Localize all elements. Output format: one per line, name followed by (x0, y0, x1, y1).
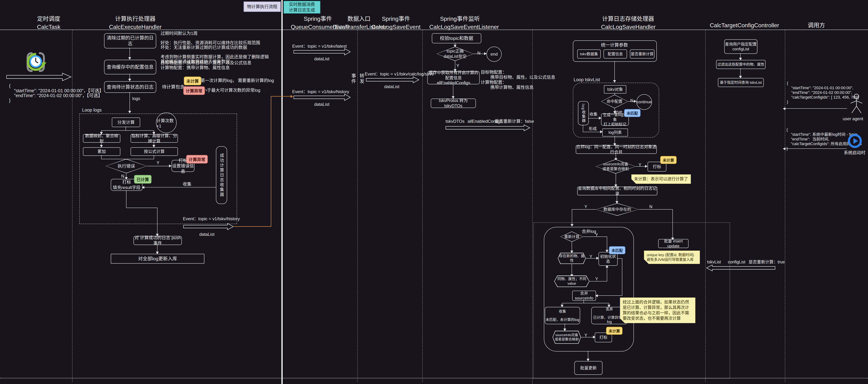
lane-header-calctask: 定时调度 CalcTask (22, 15, 76, 31)
label-y: Y (584, 204, 587, 209)
arrowhead (783, 107, 785, 110)
step-batch-update: 批量更新 (574, 361, 602, 375)
collect-line (143, 187, 216, 187)
line (616, 174, 616, 185)
lifeline (357, 30, 358, 382)
diagram-canvas: 物计算执行流程 实时数据消费 计算日志生成 定时调度 CalcTask 计算执行… (0, 0, 868, 384)
event-save-arrow (366, 77, 420, 83)
calc-count-circle: 计算次数 +1 (156, 113, 177, 133)
log-collector-label: log收集器 (581, 104, 586, 122)
line (154, 155, 154, 159)
badge-uncalculated-2: 未计算 (606, 327, 622, 335)
badge-calculated: 已计算 (134, 175, 152, 184)
orange-connector (271, 96, 291, 96)
decision-topic-ok: topic正确 dataList非空 (436, 47, 474, 61)
arrowhead (152, 145, 155, 148)
badge-calc-error-2: 计算异常 (186, 155, 208, 164)
datalist-label: dataList (314, 56, 330, 62)
arg-tskvdtos: tskvDTOs (445, 119, 464, 124)
line (615, 136, 615, 144)
ret-recalc-true: 是否重新计算：true (749, 260, 785, 265)
line (154, 142, 154, 145)
arg-recalc-false: 是否重新计算：false (495, 119, 534, 124)
line (614, 61, 615, 81)
event-latest-arrow (293, 49, 351, 55)
collect-label: 收集 (183, 182, 191, 187)
lane-header-caller: 调用方 (789, 21, 843, 29)
line (607, 268, 607, 281)
mergelog-label: 合并log (582, 229, 596, 234)
lane-header-controller: CalcTargetConfigController (710, 21, 771, 29)
collector-label: 成功计算日志收集器 (219, 153, 224, 197)
unified-params-title: 统一计算参数 (573, 42, 656, 48)
tab-calc-flow: 物计算执行流程 (244, 1, 281, 12)
line (583, 132, 601, 132)
datalist-label: dataList (314, 102, 330, 107)
forward-label-2: 转发 (359, 73, 364, 84)
continue-node: continue (637, 94, 652, 110)
schedule-arrow (6, 73, 72, 81)
badge-unmatched-2: 未匹配 (609, 246, 625, 254)
arrowhead (634, 100, 637, 103)
note-config: 目标物配置：携带目标物、属性，以及公式信息 计算物配置：携带计算物、属性信息 (160, 60, 251, 70)
line (607, 236, 607, 251)
line (586, 258, 597, 259)
note-expire: 过期时间默认为1周 好处：执行性能、资源消耗可以维持在比较乐观范围 坏处：无法重… (160, 31, 269, 64)
boot-label: 系统启动时 (844, 150, 866, 155)
label-y: Y (595, 276, 598, 282)
step-batch-insert-update: 批量 insert update (658, 239, 688, 248)
forward-label-1: 事件 (350, 73, 356, 84)
step-merge-log: 合并log：同一配置、同一时刻的日志对象进行合并 (576, 145, 657, 154)
line (126, 126, 126, 130)
lane-header-savevent: Spring事件 CalcLogSaveEvent (369, 15, 423, 31)
form-label: 形成 (589, 126, 597, 131)
line (129, 92, 130, 111)
param-tskv-dataset: tskv数据集 (577, 50, 601, 59)
call-line (784, 108, 847, 109)
step-filter-things: 过滤出这些配置中的物、属性 (716, 60, 766, 69)
label-y: Y (639, 163, 641, 168)
line (636, 166, 646, 167)
label-y: Y (456, 63, 459, 68)
line (129, 73, 130, 79)
pending-note-1: 第一次计算的log， 需要重新计算的log (200, 78, 274, 83)
step-tskv-object: tskv对象 (604, 85, 626, 93)
line (584, 300, 584, 303)
step-validate-topic: 校验topic和数据 (432, 33, 481, 43)
note-unique-key: unique key (配置id, 数据时间) 避免多JVM运行导致重复入库 (644, 250, 700, 264)
line (581, 337, 594, 337)
line (571, 264, 572, 275)
task-json: { "startTime": "2024-01-01 00:00:00"，【可选… (9, 83, 104, 103)
arrowhead (128, 57, 131, 60)
return-arrow (706, 265, 775, 271)
step-accumulate: 累加 (83, 147, 120, 156)
line (622, 258, 622, 295)
success-log-collector: 成功计算日志收集器 (216, 146, 227, 204)
line (129, 48, 130, 57)
decision-recalc: 重新计算 (560, 232, 583, 242)
line (474, 54, 485, 54)
badge-uncalculated: 未计算 (184, 77, 201, 85)
line (455, 61, 455, 70)
step-query-tskvlist: 基于指定时间查询 tskvList (718, 78, 764, 87)
line (639, 209, 673, 210)
orange-connector (234, 226, 271, 227)
step-formula-calc: 按公式计算 (131, 147, 178, 156)
event-history-label: Event：topic = v1/tskv/history (292, 89, 349, 94)
decision-exists-in-db: 数据库中存在的 (596, 203, 639, 216)
collect-label: 收集 (589, 112, 597, 117)
lane-header-listener: Spring事件监听 CalcLogSaveEventListener (429, 15, 491, 31)
line (740, 68, 741, 77)
play-icon (847, 134, 862, 148)
line (101, 155, 101, 159)
event-history-arrow (293, 94, 351, 101)
line (589, 281, 607, 282)
line (583, 124, 583, 132)
lifeline (72, 30, 72, 382)
user-agent-icon (848, 93, 865, 116)
decision-sourceinfo: sourceInfo完备 或者是聚合映射 (596, 159, 636, 174)
step-data-mapping: 数据映射、聚合映射 (83, 134, 120, 143)
label-n: N (630, 98, 633, 103)
loop-tskvlist-label: Loop tskvList (574, 77, 600, 82)
section-divider (281, 0, 283, 384)
